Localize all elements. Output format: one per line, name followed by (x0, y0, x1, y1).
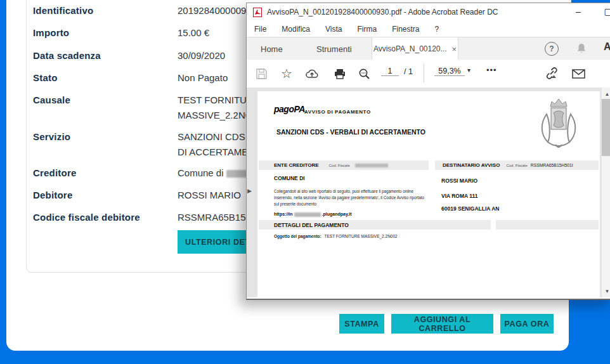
acrobat-window: AvvisoPA_N_001201928400000930.pdf - Adob… (246, 3, 610, 300)
star-icon[interactable]: ☆ (278, 65, 295, 82)
ente-name: COMUNE DI (274, 175, 305, 181)
maximize-button[interactable]: ▢ (600, 3, 610, 20)
menu-finestra[interactable]: Finestra (392, 25, 419, 34)
url-suffix: .plugandpay.it (322, 212, 352, 216)
payment-url: https://in.plugandpay.it (274, 212, 352, 217)
row-label: Creditore (33, 167, 76, 178)
payment-info-text: Collegandoti al sito web riportato di se… (274, 188, 425, 207)
acrobat-menubar: File Modifica Vista Firma Finestra ? (247, 21, 610, 37)
menu-firma[interactable]: Firma (358, 25, 377, 34)
print-icon[interactable] (332, 65, 348, 82)
pagopa-logo: pagoPA (274, 104, 305, 114)
detail-row: Causale (33, 94, 70, 106)
pdf-header-label: AVVISO DI PAGAMENTO (304, 109, 371, 115)
creditor-prefix: Comune di (178, 167, 224, 178)
destinatario-address: VIA ROMA 111 (441, 193, 477, 199)
ente-creditore-band: ENTE CREDITORE Cod. Fiscale (259, 160, 429, 170)
redacted-cod-fiscale (355, 164, 388, 167)
acrobat-titlebar[interactable]: AvvisoPA_N_001201928400000930.pdf - Adob… (247, 3, 610, 21)
row-value: ROSSI MARIO (178, 190, 241, 200)
pay-now-button[interactable]: PAGA ORA (500, 314, 554, 334)
row-value: Non Pagato (178, 72, 228, 83)
minimize-button[interactable]: – (570, 3, 587, 20)
row-value: 15.00 € (178, 27, 209, 38)
screen: Identificativo 20192840000093 Importo 15… (0, 0, 610, 364)
detail-row: Creditore (33, 167, 76, 179)
ente-cf-label: Cod. Fiscale (329, 164, 350, 167)
row-value: 30/09/2020 (178, 50, 225, 61)
row-label: Debitore (33, 190, 72, 200)
help-icon[interactable]: ? (545, 42, 559, 56)
scroll-down-icon[interactable]: ▼ (602, 286, 610, 296)
destinatario-name: ROSSI MARIO (441, 178, 477, 184)
detail-row: Stato (33, 72, 58, 84)
tab-document[interactable]: AvvisoPA_N_00120... × (372, 37, 458, 60)
document-area: ▶ pagoPA AVVISO DI PAGAMENTO SANZIONI CD… (247, 88, 610, 297)
pdf-page: pagoPA AVVISO DI PAGAMENTO SANZIONI CDS … (257, 91, 600, 297)
row-label: Importo (33, 27, 69, 38)
detail-row: Importo (33, 27, 69, 39)
destinatario-heading: DESTINATARIO AVVISO (443, 162, 500, 168)
oggetto-line: Oggetto del pagamento: TEST FORNITURE MA… (274, 234, 398, 238)
acrobat-toolbar: ☆ 1 / 1 59,3% ▾ ••• (247, 60, 610, 88)
row-label: Identificativo (33, 5, 93, 16)
email-icon[interactable] (570, 65, 587, 82)
page-total: / 1 (404, 67, 413, 76)
row-label: Codice fiscale debitore (33, 212, 140, 223)
menu-file[interactable]: File (254, 25, 266, 34)
chevron-down-icon[interactable]: ▾ (467, 67, 470, 74)
vertical-scrollbar[interactable]: ▲ ▼ (602, 88, 610, 297)
dettagli-band-right (496, 220, 599, 230)
zoom-level-field[interactable]: 59,3% (434, 67, 465, 76)
row-label: Data scadenza (33, 50, 101, 61)
scroll-up-icon[interactable]: ▲ (602, 89, 610, 99)
dettagli-band: DETTAGLI DEL PAGAMENTO (259, 220, 491, 230)
destinatario-city: 60019 SENIGALLIA AN (441, 205, 499, 212)
destinatario-band: DESTINATARIO AVVISO Cod. Fiscale RSSMRA6… (435, 160, 599, 170)
panel-expander-icon[interactable]: ▶ (247, 188, 252, 194)
detail-row: Data scadenza (33, 50, 101, 62)
pdf-icon (253, 8, 262, 17)
coat-of-arms-emblem (531, 95, 586, 156)
search-zoom-icon[interactable] (356, 65, 372, 82)
tab-close-icon[interactable]: × (452, 44, 457, 54)
tab-home[interactable]: Home (261, 37, 283, 60)
row-label: Causale (33, 94, 70, 105)
menu-vista[interactable]: Vista (325, 25, 342, 34)
row-value: Comune di (178, 167, 256, 178)
oggetto-value: TEST FORNITURE MASSIVE_2.2N002 (325, 234, 398, 238)
tab-document-label: AvvisoPA_N_00120... (373, 44, 447, 53)
page-number-input[interactable]: 1 (381, 67, 399, 76)
row-label: Stato (33, 72, 58, 83)
destinatario-cod-fiscale: RSSMRA65B15H501I (531, 163, 573, 167)
share-link-icon[interactable] (543, 65, 560, 82)
bell-icon[interactable] (576, 42, 587, 55)
redacted-url (294, 212, 321, 217)
scrollbar-thumb[interactable] (602, 99, 610, 156)
detail-row: Servizio (33, 131, 70, 143)
url-prefix: https://in (274, 212, 293, 216)
dettagli-heading: DETTAGLI DEL PAGAMENTO (274, 222, 349, 228)
pdf-title: SANZIONI CDS - VERBALI DI ACCERTAMENTO (276, 128, 425, 136)
print-button[interactable]: STAMPA (339, 314, 384, 334)
row-label: Servizio (33, 131, 70, 142)
cloud-upload-icon[interactable] (304, 65, 320, 82)
acrobat-tabbar: Home Strumenti AvvisoPA_N_00120... × ? A (247, 37, 610, 60)
profile-avatar[interactable]: A (604, 41, 610, 53)
save-icon[interactable] (253, 65, 269, 82)
row-value: 20192840000093 (178, 5, 252, 16)
add-to-cart-button[interactable]: AGGIUNGI AL CARRELLO (391, 314, 493, 334)
detail-row: Identificativo (33, 5, 93, 16)
toolbar-divider (424, 63, 424, 82)
more-tools-icon[interactable]: ••• (486, 65, 497, 75)
detail-row: Codice fiscale debitore (33, 212, 140, 223)
window-title: AvvisoPA_N_001201928400000930.pdf - Adob… (267, 8, 498, 16)
menu-modifica[interactable]: Modifica (282, 25, 310, 34)
tab-tools[interactable]: Strumenti (316, 37, 352, 60)
ente-heading: ENTE CREDITORE (274, 162, 319, 168)
menu-help[interactable]: ? (435, 25, 439, 34)
detail-row: Debitore (33, 190, 72, 201)
destinatario-cf-label: Cod. Fiscale (506, 164, 527, 167)
row-value-line2: MASSIVE_2.2N00 (178, 110, 256, 120)
oggetto-label: Oggetto del pagamento: (274, 234, 321, 238)
